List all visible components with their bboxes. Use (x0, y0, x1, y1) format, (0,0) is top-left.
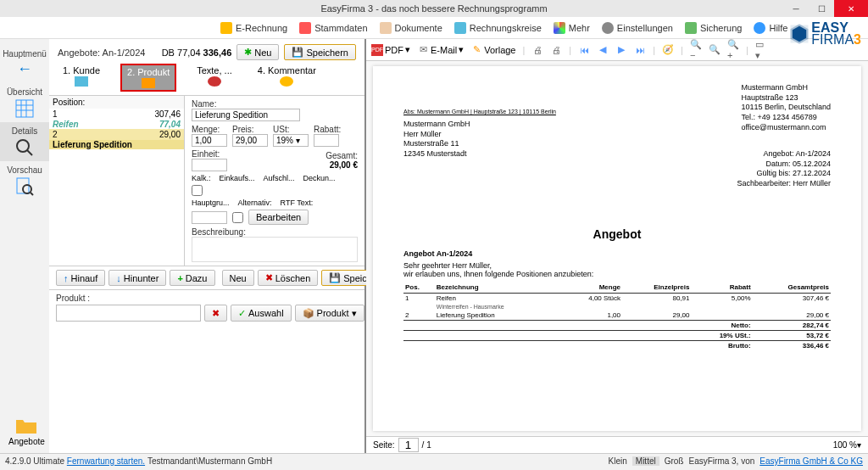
size-gross[interactable]: Groß (665, 456, 684, 466)
hinunter-button[interactable]: ↓Hinunter (108, 270, 166, 286)
new-button[interactable]: ✱Neu (236, 44, 279, 60)
app-title: EasyFirma 3 - das noch bessere Rechnungs… (320, 3, 547, 14)
tabs: 1. Kunde 2. Produkt Texte, ... 4. Kommen… (49, 64, 364, 95)
db-value: DB 77,04 336,46 (162, 48, 232, 58)
main-toolbar: E-Rechnung Stammdaten Dokumente Rechnung… (0, 17, 868, 39)
position-name-selected[interactable]: Lieferung Spedition (49, 140, 184, 149)
invoice-table: Pos.BezeichnungMengeEinzelpreisRabattGes… (403, 282, 831, 350)
intro-text: wir erlauben uns, Ihnen folgende Positio… (403, 270, 831, 278)
preview-footer: Seite: / 1 100 % ▾ (366, 436, 868, 453)
name-input[interactable] (192, 109, 300, 121)
alt-checkbox[interactable] (232, 212, 243, 223)
vendor-link[interactable]: EasyFirma GmbH & Co KG (760, 456, 863, 466)
position-detail: Name: Menge: Preis: USt: Rabatt: Einheit… (185, 96, 364, 266)
left-rail: Hauptmenü ← Übersicht Details Vorschau (0, 39, 49, 453)
doc-number: Angebote: An-1/2024 (58, 48, 145, 58)
page-layout-icon[interactable]: ▭ ▾ (755, 44, 767, 56)
toolbar-mehr[interactable]: Mehr (554, 22, 590, 34)
size-klein[interactable]: Klein (609, 456, 627, 466)
toolbar-hilfe[interactable]: Hilfe (754, 22, 787, 34)
auswahl-button[interactable]: ✓Auswahl (231, 305, 292, 322)
zoom-reset-icon[interactable]: 🔍 (709, 44, 721, 56)
tab-kommentar[interactable]: 4. Kommentar (253, 64, 321, 92)
app-logo: EASYFIRMA3 (787, 17, 861, 51)
vorlage-button[interactable]: ✎Vorlage (470, 44, 515, 56)
last-page-icon[interactable]: ⏭ (634, 44, 646, 56)
svg-point-3 (23, 185, 31, 193)
doc-ref: Angebot An-1/2024 (403, 249, 831, 258)
position-header: Position: (49, 96, 184, 109)
compass-icon[interactable]: 🧭 (662, 44, 674, 56)
zoom-in-icon[interactable]: 🔍+ (727, 44, 739, 56)
folder-icon (14, 417, 38, 435)
position-row-selected[interactable]: 229,00 (49, 129, 184, 140)
page-input[interactable] (398, 438, 419, 452)
einheit-select[interactable] (192, 159, 227, 171)
maximize-button[interactable]: ☐ (809, 0, 834, 17)
position-row[interactable]: 1307,46 (49, 109, 184, 120)
rail-uebersicht[interactable]: Übersicht (0, 83, 49, 122)
ust-select[interactable] (273, 134, 309, 147)
fernwartung-link[interactable]: Fernwartung starten. (67, 456, 145, 466)
hinauf-button[interactable]: ↑Hinauf (56, 270, 105, 286)
toolbar-erechnung[interactable]: E-Rechnung (220, 22, 287, 34)
preis-input[interactable] (232, 134, 268, 147)
pdf-button[interactable]: PDFPDF ▾ (371, 44, 410, 56)
prev-page-icon[interactable]: ◀ (597, 44, 609, 56)
clear-button[interactable]: ✖ (204, 305, 227, 322)
email-button[interactable]: ✉E-Mail ▾ (417, 44, 464, 56)
loeschen-button[interactable]: ✖Löschen (258, 270, 319, 286)
close-button[interactable]: ✕ (834, 0, 868, 17)
next-page-icon[interactable]: ▶ (615, 44, 627, 56)
preview-icon (13, 176, 36, 197)
rail-main-menu[interactable]: Hauptmenü ← (0, 44, 49, 83)
save-icon: 💾 (292, 47, 303, 58)
toolbar-sicherung[interactable]: Sicherung (685, 22, 743, 34)
rail-angebote[interactable]: Angebote (8, 417, 45, 446)
back-arrow-icon: ← (17, 60, 32, 78)
tab-kunde[interactable]: 1. Kunde (58, 64, 105, 92)
svg-point-1 (17, 140, 29, 152)
invoice-page: Mustermann GmbHHauptstraße 12310115 Berl… (373, 66, 861, 431)
position-list: Position: 1307,46 Reifen 77,04 229,00 Li… (49, 96, 185, 266)
grid-icon (13, 98, 36, 119)
salutation: Sehr geehrter Herr Müller, (403, 261, 831, 270)
title-bar: EasyFirma 3 - das noch bessere Rechnungs… (0, 0, 868, 17)
rail-details[interactable]: Details (0, 122, 49, 161)
zoom-out-icon[interactable]: 🔍− (690, 44, 702, 56)
toolbar-rechnungskreise[interactable]: Rechnungskreise (454, 22, 542, 34)
toolbar-stammdaten[interactable]: Stammdaten (299, 22, 367, 34)
tab-produkt[interactable]: 2. Produkt (120, 64, 176, 92)
menge-input[interactable] (192, 134, 227, 147)
quick-print-icon[interactable]: 🖨 (550, 44, 562, 56)
gesamt-value: 29,00 € (330, 160, 358, 170)
produkt-button[interactable]: 📦Produkt ▾ (295, 305, 364, 322)
save-button[interactable]: 💾Speichern (284, 44, 356, 60)
doc-heading: Angebot (403, 227, 831, 241)
minimize-button[interactable]: ─ (783, 0, 809, 17)
tab-texte[interactable]: Texte, ... (192, 64, 237, 92)
status-bar: 4.2.9.0 Ultimate Fernwartung starten. Te… (0, 453, 868, 468)
first-page-icon[interactable]: ⏮ (578, 44, 590, 56)
size-mittel[interactable]: Mittel (632, 456, 659, 466)
beschreibung-text[interactable] (192, 237, 358, 262)
magnifier-icon (13, 137, 36, 158)
doc-meta: Angebot: An-1/2024Datum: 05.12.2024Gülti… (737, 149, 831, 189)
bearbeiten-button[interactable]: Bearbeiten (248, 210, 309, 225)
toolbar-einstellungen[interactable]: Einstellungen (602, 22, 673, 34)
preview-pane: PDFPDF ▾ ✉E-Mail ▾ ✎Vorlage | 🖨 🖨 | ⏮ ◀ … (366, 39, 868, 453)
position-name[interactable]: Reifen 77,04 (49, 120, 184, 129)
kalk-checkbox[interactable] (192, 185, 203, 196)
produkt-search-input[interactable] (56, 305, 201, 322)
detail-neu-button[interactable]: Neu (222, 270, 254, 286)
hauptgruppe-select[interactable] (192, 211, 227, 224)
rabatt-input[interactable] (314, 134, 339, 147)
print-icon[interactable]: 🖨 (531, 44, 543, 56)
svg-rect-0 (16, 100, 33, 117)
rail-vorschau[interactable]: Vorschau (0, 161, 49, 200)
zoom-dropdown-icon[interactable]: ▾ (857, 440, 861, 450)
toolbar-dokumente[interactable]: Dokumente (380, 22, 442, 34)
editor-pane: Angebote: An-1/2024 DB 77,04 336,46 ✱Neu… (49, 39, 366, 453)
zoom-value: 100 % (833, 440, 857, 450)
dazu-button[interactable]: +Dazu (170, 270, 214, 286)
